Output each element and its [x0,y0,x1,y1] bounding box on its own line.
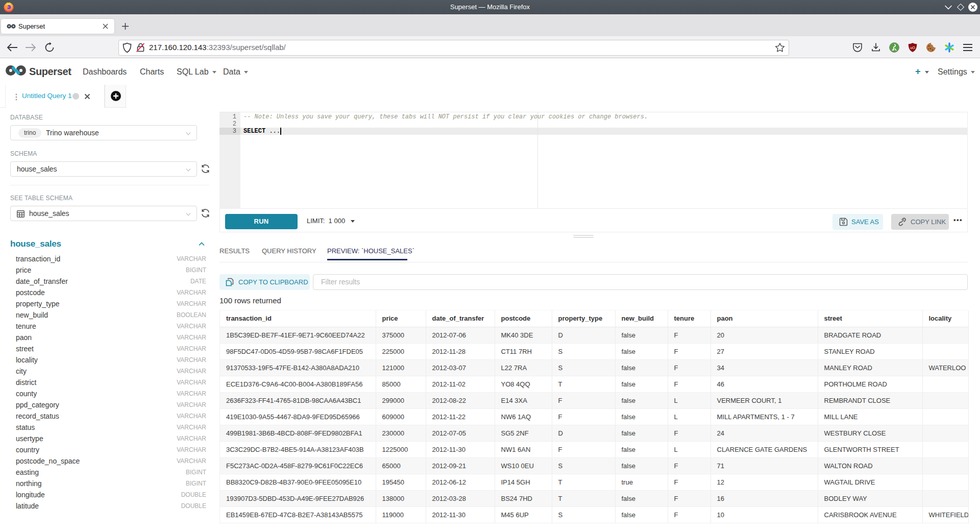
svg-text:uO: uO [910,46,915,50]
